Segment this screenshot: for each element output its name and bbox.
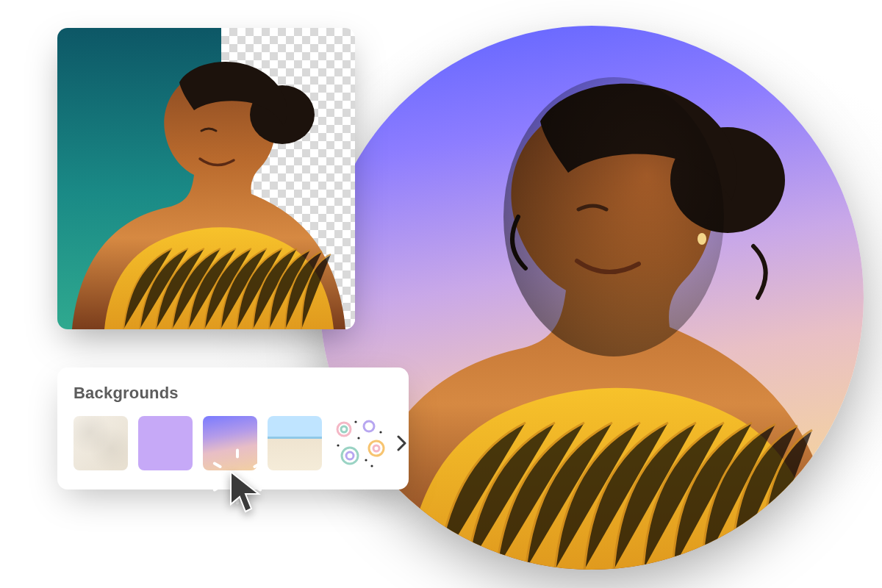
svg-point-16: [370, 465, 373, 467]
bg-swatch-pattern[interactable]: [332, 416, 387, 470]
svg-point-14: [379, 431, 381, 433]
svg-point-10: [346, 452, 354, 459]
backgrounds-panel: Backgrounds: [57, 368, 409, 490]
svg-point-4: [337, 423, 351, 436]
backgrounds-next-button[interactable]: [397, 416, 407, 470]
backgrounds-swatch-row: [74, 416, 394, 470]
svg-point-15: [354, 420, 356, 423]
bg-swatch-gradient[interactable]: [203, 416, 257, 470]
svg-point-9: [342, 448, 358, 464]
svg-point-11: [357, 437, 359, 439]
svg-point-1: [503, 77, 724, 356]
svg-point-8: [373, 445, 379, 451]
chevron-right-icon: [397, 435, 407, 451]
svg-point-7: [369, 441, 384, 456]
bg-swatch-solid[interactable]: [138, 416, 193, 470]
svg-point-2: [698, 233, 706, 245]
backgrounds-title: Backgrounds: [74, 384, 394, 403]
bg-swatch-texture[interactable]: [74, 416, 128, 470]
compare-card: [57, 28, 355, 329]
svg-point-6: [364, 421, 374, 431]
svg-point-5: [341, 426, 347, 432]
svg-point-13: [365, 459, 367, 461]
bg-swatch-beach[interactable]: [268, 416, 322, 470]
subject-portrait-small: [57, 28, 355, 329]
svg-point-12: [337, 444, 339, 446]
